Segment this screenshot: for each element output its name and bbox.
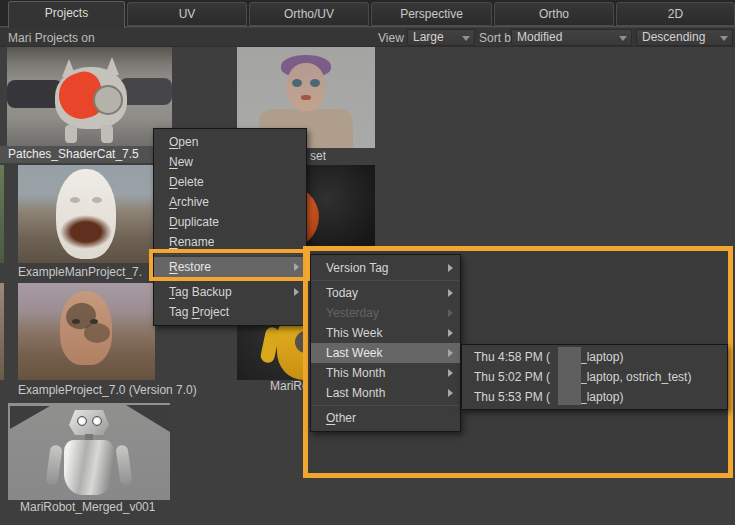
project-label-marirobot-merged: MariRobot_Merged_v001 bbox=[20, 500, 155, 514]
menu-item-label: _laptop) bbox=[580, 390, 623, 404]
thumbnail-art bbox=[70, 197, 80, 203]
menu-item-this-week[interactable]: This Week bbox=[311, 323, 460, 343]
menu-item-label: ew bbox=[178, 155, 193, 169]
menu-item-label: ther bbox=[335, 411, 356, 425]
dropdown-arrow-icon bbox=[619, 36, 627, 41]
menu-item-tag-backup[interactable]: Tag Backup bbox=[154, 282, 306, 302]
menu-item-last-month[interactable]: Last Month bbox=[311, 383, 460, 403]
view-size-value: Large bbox=[413, 30, 444, 44]
dropdown-arrow-icon bbox=[462, 36, 470, 41]
thumbnail-art bbox=[45, 444, 62, 485]
menu-item-label: Thu 5:02 PM ( bbox=[474, 370, 550, 384]
tab-projects[interactable]: Projects bbox=[8, 1, 125, 28]
browser-header: Mari Projects on View Large Sort by Modi… bbox=[0, 28, 735, 47]
menu-item-label: Last Week bbox=[326, 346, 382, 360]
menu-item-backup-458[interactable]: Thu 4:58 PM (_laptop) bbox=[462, 347, 727, 367]
menu-item-label: ename bbox=[178, 235, 215, 249]
thumbnail-art bbox=[287, 63, 325, 111]
thumbnail-art bbox=[310, 79, 320, 87]
thumbnail-art bbox=[64, 440, 114, 495]
annotation-restore-box bbox=[149, 249, 310, 281]
tab-perspective[interactable]: Perspective bbox=[371, 2, 492, 26]
menu-item-label: A bbox=[169, 195, 177, 209]
menu-item-tag-project[interactable]: Tag Project bbox=[154, 302, 306, 322]
menu-item-label: Today bbox=[326, 286, 358, 300]
menu-item-backup-502[interactable]: Thu 5:02 PM (_laptop, ostrich_test) bbox=[462, 367, 727, 387]
submenu-arrow-icon bbox=[448, 349, 453, 357]
thumbnail-art bbox=[90, 319, 98, 324]
menu-item-label: Thu 4:58 PM ( bbox=[474, 350, 550, 364]
view-tab-bar: Projects UV Ortho/UV Perspective Ortho 2… bbox=[0, 0, 735, 27]
menu-item-label: roject bbox=[200, 305, 229, 319]
view-size-dropdown[interactable]: Large bbox=[407, 29, 475, 46]
menu-item-label: Last Month bbox=[326, 386, 385, 400]
menu-item-new[interactable]: New bbox=[154, 152, 306, 172]
menu-item-label: D bbox=[169, 175, 178, 189]
menu-item-label: pen bbox=[178, 135, 198, 149]
menu-item-label: This Month bbox=[326, 366, 385, 380]
thumbnail-art bbox=[60, 215, 112, 249]
menu-item-yesterday: Yesterday bbox=[311, 303, 460, 323]
project-label-bust-visible: set bbox=[310, 149, 326, 163]
menu-item-label: R bbox=[169, 235, 178, 249]
sort-order-dropdown[interactable]: Descending bbox=[636, 29, 733, 46]
menu-item-label: O bbox=[326, 411, 335, 425]
menu-item-open[interactable]: Open bbox=[154, 132, 306, 152]
thumbnail-art bbox=[65, 125, 77, 143]
thumbnail-art bbox=[84, 323, 110, 343]
menu-item-label: rchive bbox=[177, 195, 209, 209]
menu-item-label: N bbox=[169, 155, 178, 169]
project-label-exampleman: ExampleManProject_7. bbox=[18, 265, 142, 279]
submenu-arrow-icon bbox=[448, 309, 453, 317]
menu-item-delete[interactable]: Delete bbox=[154, 172, 306, 192]
thumbnail-art bbox=[72, 319, 80, 324]
sort-by-value: Modified bbox=[517, 30, 562, 44]
project-thumbnail-exampleproject[interactable] bbox=[18, 283, 155, 380]
thumbnail-art bbox=[77, 416, 87, 426]
menu-item-label: elete bbox=[178, 175, 204, 189]
thumbnail-art bbox=[92, 197, 102, 203]
menu-item-today[interactable]: Today bbox=[311, 283, 460, 303]
tab-uv[interactable]: UV bbox=[127, 2, 247, 26]
menu-item-last-week[interactable]: Last Week bbox=[311, 343, 460, 363]
project-context-menu: Open New Delete Archive Duplicate Rename… bbox=[153, 128, 307, 326]
project-thumbnail-shadercat[interactable] bbox=[7, 47, 172, 148]
thumbnail-art bbox=[292, 79, 302, 87]
submenu-arrow-icon bbox=[448, 289, 453, 297]
sort-by-dropdown[interactable]: Modified bbox=[511, 29, 632, 46]
menu-item-label: This Week bbox=[326, 326, 382, 340]
tab-2d[interactable]: 2D bbox=[616, 2, 735, 26]
submenu-arrow-icon bbox=[448, 389, 453, 397]
menu-item-label: Thu 5:53 PM ( bbox=[474, 390, 550, 404]
dropdown-arrow-icon bbox=[720, 36, 728, 41]
backup-times-submenu: Thu 4:58 PM (_laptop) Thu 5:02 PM (_lapt… bbox=[461, 344, 728, 410]
menu-separator bbox=[312, 405, 459, 406]
tab-ortho-uv[interactable]: Ortho/UV bbox=[249, 2, 369, 26]
page-title: Mari Projects on bbox=[8, 31, 95, 45]
project-thumbnail-marirobot-merged[interactable] bbox=[8, 403, 170, 500]
thumbnail-art bbox=[301, 95, 311, 100]
project-label-shadercat: Patches_ShaderCat_7.5 bbox=[8, 147, 139, 161]
menu-item-duplicate[interactable]: Duplicate bbox=[154, 212, 306, 232]
submenu-arrow-icon bbox=[448, 329, 453, 337]
menu-item-label: D bbox=[169, 215, 178, 229]
menu-item-label: Tag bbox=[169, 305, 192, 319]
menu-item-other[interactable]: Other bbox=[311, 408, 460, 428]
submenu-arrow-icon bbox=[448, 369, 453, 377]
menu-separator bbox=[312, 280, 459, 281]
submenu-arrow-icon bbox=[294, 288, 299, 296]
menu-item-label: uplicate bbox=[178, 215, 219, 229]
menu-item-version-tag[interactable]: Version Tag bbox=[311, 258, 460, 278]
tab-ortho[interactable]: Ortho bbox=[494, 2, 614, 26]
thumbnail-art bbox=[101, 125, 113, 143]
folded-corner-left bbox=[10, 406, 50, 429]
thumbnail-art bbox=[93, 85, 123, 115]
project-label-exampleproject: ExampleProject_7.0 (Version 7.0) bbox=[18, 383, 197, 397]
menu-item-archive[interactable]: Archive bbox=[154, 192, 306, 212]
menu-item-label: Yesterday bbox=[326, 306, 379, 320]
menu-item-backup-553[interactable]: Thu 5:53 PM (_laptop) bbox=[462, 387, 727, 407]
thumbnail-edge-sliver bbox=[0, 283, 4, 380]
project-thumbnail-exampleman[interactable] bbox=[18, 165, 155, 263]
menu-item-this-month[interactable]: This Month bbox=[311, 363, 460, 383]
thumbnail-edge-sliver bbox=[0, 165, 4, 263]
